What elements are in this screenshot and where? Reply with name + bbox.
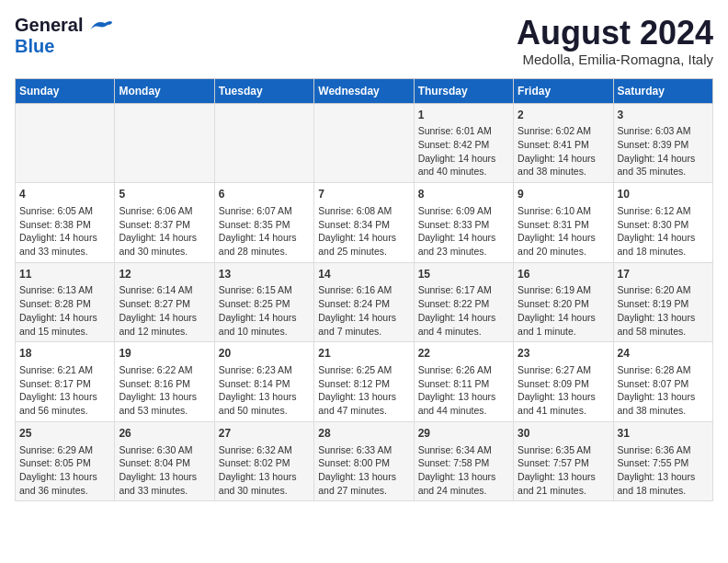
day-number: 30 xyxy=(518,426,609,442)
day-content: Sunrise: 6:15 AM Sunset: 8:25 PM Dayligh… xyxy=(219,283,310,338)
day-content: Sunrise: 6:34 AM Sunset: 7:58 PM Dayligh… xyxy=(418,443,509,498)
day-content: Sunrise: 6:28 AM Sunset: 8:07 PM Dayligh… xyxy=(618,363,709,418)
day-number: 9 xyxy=(518,187,609,202)
cell-3-4: 22Sunrise: 6:26 AM Sunset: 8:11 PM Dayli… xyxy=(414,342,513,422)
cell-3-1: 19Sunrise: 6:22 AM Sunset: 8:16 PM Dayli… xyxy=(115,342,214,422)
day-number: 7 xyxy=(318,187,409,202)
calendar-table: Sunday Monday Tuesday Wednesday Thursday… xyxy=(15,78,713,502)
cell-3-6: 24Sunrise: 6:28 AM Sunset: 8:07 PM Dayli… xyxy=(613,342,712,422)
day-content: Sunrise: 6:21 AM Sunset: 8:17 PM Dayligh… xyxy=(19,363,110,418)
day-number: 22 xyxy=(418,346,509,362)
day-number: 1 xyxy=(418,108,509,123)
cell-4-2: 27Sunrise: 6:32 AM Sunset: 8:02 PM Dayli… xyxy=(214,421,313,501)
day-number: 27 xyxy=(219,426,310,442)
cell-1-3: 7Sunrise: 6:08 AM Sunset: 8:34 PM Daylig… xyxy=(314,183,414,263)
logo: General Blue xyxy=(15,15,112,57)
day-number: 23 xyxy=(518,346,609,362)
day-content: Sunrise: 6:17 AM Sunset: 8:22 PM Dayligh… xyxy=(418,283,509,338)
day-content: Sunrise: 6:20 AM Sunset: 8:19 PM Dayligh… xyxy=(618,283,709,338)
day-content: Sunrise: 6:25 AM Sunset: 8:12 PM Dayligh… xyxy=(318,363,409,418)
col-saturday: Saturday xyxy=(613,78,712,103)
day-number: 12 xyxy=(119,267,210,282)
day-content: Sunrise: 6:33 AM Sunset: 8:00 PM Dayligh… xyxy=(318,443,409,498)
cell-3-3: 21Sunrise: 6:25 AM Sunset: 8:12 PM Dayli… xyxy=(314,342,414,422)
day-number: 6 xyxy=(219,187,310,202)
cell-1-5: 9Sunrise: 6:10 AM Sunset: 8:31 PM Daylig… xyxy=(514,183,613,263)
cell-4-0: 25Sunrise: 6:29 AM Sunset: 8:05 PM Dayli… xyxy=(16,421,115,501)
cell-1-1: 5Sunrise: 6:06 AM Sunset: 8:37 PM Daylig… xyxy=(115,183,214,263)
logo-bird-icon xyxy=(86,17,112,34)
day-number: 21 xyxy=(318,346,409,362)
cell-1-0: 4Sunrise: 6:05 AM Sunset: 8:38 PM Daylig… xyxy=(16,183,115,263)
day-number: 2 xyxy=(518,108,609,123)
day-number: 29 xyxy=(418,426,509,442)
main-title: August 2024 xyxy=(517,15,713,52)
day-content: Sunrise: 6:07 AM Sunset: 8:35 PM Dayligh… xyxy=(219,204,310,259)
day-content: Sunrise: 6:01 AM Sunset: 8:42 PM Dayligh… xyxy=(418,124,509,178)
cell-4-5: 30Sunrise: 6:35 AM Sunset: 7:57 PM Dayli… xyxy=(514,421,613,501)
day-number: 8 xyxy=(418,187,509,202)
day-content: Sunrise: 6:27 AM Sunset: 8:09 PM Dayligh… xyxy=(518,363,609,418)
cell-0-1 xyxy=(115,103,214,183)
week-row-5: 25Sunrise: 6:29 AM Sunset: 8:05 PM Dayli… xyxy=(16,421,713,501)
title-area: August 2024 Medolla, Emilia-Romagna, Ita… xyxy=(517,15,713,67)
logo-general-text: General xyxy=(15,15,83,36)
cell-2-6: 17Sunrise: 6:20 AM Sunset: 8:19 PM Dayli… xyxy=(613,262,712,342)
cell-2-1: 12Sunrise: 6:14 AM Sunset: 8:27 PM Dayli… xyxy=(115,262,214,342)
cell-0-3 xyxy=(314,103,414,183)
day-content: Sunrise: 6:02 AM Sunset: 8:41 PM Dayligh… xyxy=(518,124,609,178)
day-number: 5 xyxy=(119,187,210,202)
cell-0-0 xyxy=(16,103,115,183)
day-content: Sunrise: 6:35 AM Sunset: 7:57 PM Dayligh… xyxy=(518,443,609,498)
col-friday: Friday xyxy=(514,78,613,103)
cell-0-6: 3Sunrise: 6:03 AM Sunset: 8:39 PM Daylig… xyxy=(613,103,712,183)
cell-4-1: 26Sunrise: 6:30 AM Sunset: 8:04 PM Dayli… xyxy=(115,421,214,501)
logo-blue-text: Blue xyxy=(15,36,54,56)
cell-0-2 xyxy=(214,103,313,183)
col-monday: Monday xyxy=(115,78,214,103)
col-thursday: Thursday xyxy=(414,78,513,103)
day-content: Sunrise: 6:16 AM Sunset: 8:24 PM Dayligh… xyxy=(318,283,409,338)
day-content: Sunrise: 6:22 AM Sunset: 8:16 PM Dayligh… xyxy=(119,363,210,418)
day-number: 13 xyxy=(219,267,310,282)
day-content: Sunrise: 6:36 AM Sunset: 7:55 PM Dayligh… xyxy=(618,443,709,498)
cell-2-2: 13Sunrise: 6:15 AM Sunset: 8:25 PM Dayli… xyxy=(214,262,313,342)
day-content: Sunrise: 6:08 AM Sunset: 8:34 PM Dayligh… xyxy=(318,204,409,259)
day-number: 14 xyxy=(318,267,409,282)
header-row: Sunday Monday Tuesday Wednesday Thursday… xyxy=(16,78,713,103)
cell-4-6: 31Sunrise: 6:36 AM Sunset: 7:55 PM Dayli… xyxy=(613,421,712,501)
header: General Blue August 2024 Medolla, Emilia… xyxy=(15,15,713,67)
cell-2-0: 11Sunrise: 6:13 AM Sunset: 8:28 PM Dayli… xyxy=(16,262,115,342)
day-number: 11 xyxy=(19,267,110,282)
day-number: 31 xyxy=(618,426,709,442)
week-row-1: 1Sunrise: 6:01 AM Sunset: 8:42 PM Daylig… xyxy=(16,103,713,183)
day-content: Sunrise: 6:23 AM Sunset: 8:14 PM Dayligh… xyxy=(219,363,310,418)
cell-1-6: 10Sunrise: 6:12 AM Sunset: 8:30 PM Dayli… xyxy=(613,183,712,263)
day-number: 24 xyxy=(618,346,709,362)
cell-3-2: 20Sunrise: 6:23 AM Sunset: 8:14 PM Dayli… xyxy=(214,342,313,422)
cell-2-3: 14Sunrise: 6:16 AM Sunset: 8:24 PM Dayli… xyxy=(314,262,414,342)
day-content: Sunrise: 6:26 AM Sunset: 8:11 PM Dayligh… xyxy=(418,363,509,418)
cell-3-0: 18Sunrise: 6:21 AM Sunset: 8:17 PM Dayli… xyxy=(16,342,115,422)
day-content: Sunrise: 6:10 AM Sunset: 8:31 PM Dayligh… xyxy=(518,204,609,259)
day-number: 19 xyxy=(119,346,210,362)
day-content: Sunrise: 6:30 AM Sunset: 8:04 PM Dayligh… xyxy=(119,443,210,498)
day-content: Sunrise: 6:03 AM Sunset: 8:39 PM Dayligh… xyxy=(618,124,709,178)
cell-2-5: 16Sunrise: 6:19 AM Sunset: 8:20 PM Dayli… xyxy=(514,262,613,342)
day-number: 17 xyxy=(618,267,709,282)
cell-3-5: 23Sunrise: 6:27 AM Sunset: 8:09 PM Dayli… xyxy=(514,342,613,422)
day-content: Sunrise: 6:19 AM Sunset: 8:20 PM Dayligh… xyxy=(518,283,609,338)
cell-1-2: 6Sunrise: 6:07 AM Sunset: 8:35 PM Daylig… xyxy=(214,183,313,263)
cell-1-4: 8Sunrise: 6:09 AM Sunset: 8:33 PM Daylig… xyxy=(414,183,513,263)
week-row-2: 4Sunrise: 6:05 AM Sunset: 8:38 PM Daylig… xyxy=(16,183,713,263)
day-number: 4 xyxy=(19,187,110,202)
day-content: Sunrise: 6:09 AM Sunset: 8:33 PM Dayligh… xyxy=(418,204,509,259)
day-content: Sunrise: 6:06 AM Sunset: 8:37 PM Dayligh… xyxy=(119,204,210,259)
day-number: 10 xyxy=(618,187,709,202)
day-number: 15 xyxy=(418,267,509,282)
day-content: Sunrise: 6:29 AM Sunset: 8:05 PM Dayligh… xyxy=(19,443,110,498)
day-number: 18 xyxy=(19,346,110,362)
col-tuesday: Tuesday xyxy=(214,78,313,103)
day-content: Sunrise: 6:13 AM Sunset: 8:28 PM Dayligh… xyxy=(19,283,110,338)
day-number: 28 xyxy=(318,426,409,442)
